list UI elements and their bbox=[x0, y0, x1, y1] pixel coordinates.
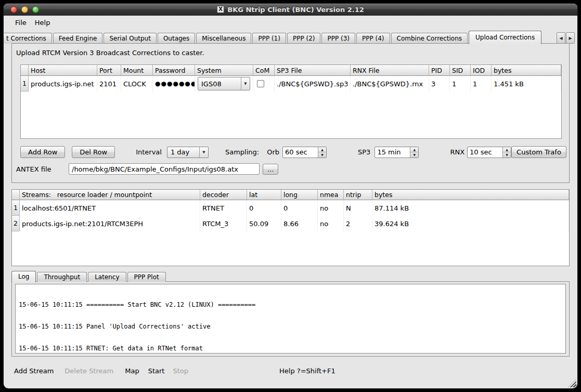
stream-cell-bytes: 87.114 kB bbox=[372, 200, 569, 216]
menu-help[interactable]: Help bbox=[31, 17, 55, 28]
upload-table-empty-area[interactable] bbox=[21, 92, 561, 138]
cell-port[interactable]: 2101 bbox=[97, 76, 121, 92]
stream-cell-decoder[interactable]: RTNET bbox=[200, 200, 247, 216]
spin-up-icon[interactable]: ▲ bbox=[318, 147, 326, 153]
tab-outages[interactable]: Outages bbox=[158, 33, 195, 44]
add-row-button[interactable]: Add Row bbox=[20, 146, 65, 158]
tab-scroll-right-button[interactable]: ▶ bbox=[566, 32, 575, 44]
stream-row-header-1: 1 bbox=[12, 200, 20, 216]
upload-table: Host Port Mount Password System CoM SP3 … bbox=[20, 64, 562, 139]
cell-rnx-file[interactable]: ./BNC${GPSWD}.rnx bbox=[351, 76, 429, 92]
cell-host[interactable]: products.igs-ip.net bbox=[29, 76, 97, 92]
tab-broadcast-corrections-partial[interactable]: t Corrections bbox=[4, 33, 52, 44]
stream-cell-nmea[interactable]: no bbox=[318, 200, 344, 216]
spin-down-icon[interactable]: ▼ bbox=[410, 152, 418, 158]
tab-latency[interactable]: Latency bbox=[88, 272, 126, 282]
column-header-rnx-file: RNX File bbox=[351, 65, 429, 76]
stop-button[interactable]: Stop bbox=[173, 367, 188, 375]
rnx-sampling-spinbox[interactable]: 10 sec ▲ ▼ bbox=[467, 147, 511, 158]
stream-cell-long[interactable]: 0 bbox=[281, 200, 318, 216]
cell-mount[interactable]: CLOCK bbox=[121, 76, 153, 92]
system-combobox-value: IGS08 bbox=[198, 80, 241, 88]
zoom-button[interactable] bbox=[32, 6, 39, 13]
cell-iod[interactable]: 1 bbox=[471, 76, 492, 92]
cell-sp3-file[interactable]: ./BNC${GPSWD}.sp3 bbox=[275, 76, 351, 92]
sp3-sampling-spinbox[interactable]: 15 min ▲ ▼ bbox=[375, 147, 419, 158]
tab-scroll-buttons: ◀ ▶ bbox=[556, 32, 575, 44]
add-stream-button[interactable]: Add Stream bbox=[14, 367, 54, 375]
streams-table-empty-area[interactable] bbox=[12, 231, 569, 266]
stream-cell-bytes: 39.624 kB bbox=[372, 216, 569, 231]
tab-throughput[interactable]: Throughput bbox=[37, 272, 87, 282]
column-header-sp3-file: SP3 File bbox=[275, 65, 351, 76]
browse-button[interactable]: ... bbox=[263, 164, 278, 175]
help-shortcut-label: Help ?=Shift+F1 bbox=[279, 367, 335, 375]
tab-serial-output[interactable]: Serial Output bbox=[104, 33, 156, 44]
tab-upload-corrections[interactable]: Upload Corrections bbox=[469, 31, 541, 44]
stream-cell-lat[interactable]: 50.09 bbox=[247, 216, 281, 231]
stream-cell-long[interactable]: 8.66 bbox=[281, 216, 318, 231]
close-button[interactable] bbox=[10, 6, 17, 13]
stream-cell-mountpoint[interactable]: products.igs-ip.net:2101/RTCM3EPH bbox=[20, 216, 200, 231]
tab-ppp-2[interactable]: PPP (2) bbox=[287, 33, 321, 44]
rnx-label: RNX bbox=[450, 148, 464, 156]
tab-ppp-plot[interactable]: PPP Plot bbox=[127, 272, 166, 282]
stream-cell-lat[interactable]: 0 bbox=[247, 200, 281, 216]
cell-password[interactable]: ●●●●●●● bbox=[153, 76, 195, 92]
system-combobox[interactable]: IGS08 ▼ bbox=[198, 77, 250, 90]
row-header-1: 1 bbox=[21, 76, 29, 92]
streams-table: Streams: resource loader / mountpoint de… bbox=[11, 189, 570, 266]
menu-file[interactable]: File bbox=[11, 17, 31, 28]
spin-down-icon[interactable]: ▼ bbox=[318, 152, 326, 158]
orb-sampling-spinbox[interactable]: 60 sec ▲ ▼ bbox=[282, 147, 327, 158]
custom-trafo-button[interactable]: Custom Trafo bbox=[511, 146, 566, 158]
antex-file-input[interactable] bbox=[69, 163, 260, 175]
chevron-down-icon[interactable]: ▼ bbox=[241, 77, 250, 90]
resize-grip[interactable] bbox=[568, 379, 576, 387]
orb-label: Orb bbox=[267, 148, 279, 156]
tab-miscellaneous[interactable]: Miscellaneous bbox=[196, 33, 251, 44]
tab-ppp-1[interactable]: PPP (1) bbox=[252, 33, 286, 44]
column-header-decoder: decoder bbox=[200, 190, 247, 200]
tab-ppp-3[interactable]: PPP (3) bbox=[321, 33, 355, 44]
tab-feed-engine[interactable]: Feed Engine bbox=[53, 33, 103, 44]
log-tabbar: Log Throughput Latency PPP Plot bbox=[11, 270, 167, 282]
delete-stream-button[interactable]: Delete Stream bbox=[64, 367, 113, 375]
column-header-system: System bbox=[195, 65, 253, 76]
stream-cell-ntrip[interactable]: 2 bbox=[344, 216, 372, 231]
tab-ppp-4[interactable]: PPP (4) bbox=[356, 33, 390, 44]
tab-log[interactable]: Log bbox=[11, 271, 36, 282]
map-button[interactable]: Map bbox=[125, 367, 139, 375]
spin-buttons: ▲ ▼ bbox=[502, 147, 511, 158]
column-header-lat: lat bbox=[247, 190, 281, 200]
tab-scroll-left-button[interactable]: ◀ bbox=[557, 32, 565, 44]
window-title: X BKG Ntrip Client (BNC) Version 2.12 bbox=[4, 4, 577, 15]
com-checkbox[interactable] bbox=[257, 80, 264, 87]
cell-pid[interactable]: 3 bbox=[429, 76, 450, 92]
del-row-button[interactable]: Del Row bbox=[72, 146, 115, 158]
interval-label: Interval bbox=[136, 148, 162, 156]
sp3-sampling-value: 15 min bbox=[375, 147, 410, 158]
column-header-port: Port bbox=[97, 65, 121, 76]
spin-up-icon[interactable]: ▲ bbox=[503, 147, 511, 153]
tab-combine-corrections[interactable]: Combine Corrections bbox=[391, 33, 468, 44]
cell-sid[interactable]: 1 bbox=[450, 76, 471, 92]
x11-app-icon: X bbox=[217, 6, 224, 13]
stream-cell-decoder[interactable]: RTCM_3 bbox=[200, 216, 247, 231]
stream-cell-ntrip[interactable]: N bbox=[344, 200, 372, 216]
orb-sampling-value: 60 sec bbox=[283, 147, 318, 158]
log-output[interactable]: 15-06-15 10:11:15 ========== Start BNC v… bbox=[15, 284, 566, 354]
stream-cell-nmea[interactable]: no bbox=[318, 216, 344, 231]
spin-up-icon[interactable]: ▲ bbox=[410, 147, 418, 153]
stream-cell-mountpoint[interactable]: localhost:6501/RTNET bbox=[20, 200, 200, 216]
spin-down-icon[interactable]: ▼ bbox=[503, 152, 511, 158]
minimize-button[interactable] bbox=[21, 6, 28, 13]
cell-system: IGS08 ▼ bbox=[195, 76, 253, 92]
rnx-sampling-value: 10 sec bbox=[468, 147, 502, 158]
chevron-down-icon[interactable]: ▼ bbox=[199, 147, 208, 158]
cell-com bbox=[253, 76, 275, 92]
interval-combobox[interactable]: 1 day ▼ bbox=[167, 147, 209, 158]
column-header-iod: IOD bbox=[471, 65, 492, 76]
start-button[interactable]: Start bbox=[148, 367, 165, 375]
titlebar[interactable]: X BKG Ntrip Client (BNC) Version 2.12 bbox=[4, 4, 577, 16]
